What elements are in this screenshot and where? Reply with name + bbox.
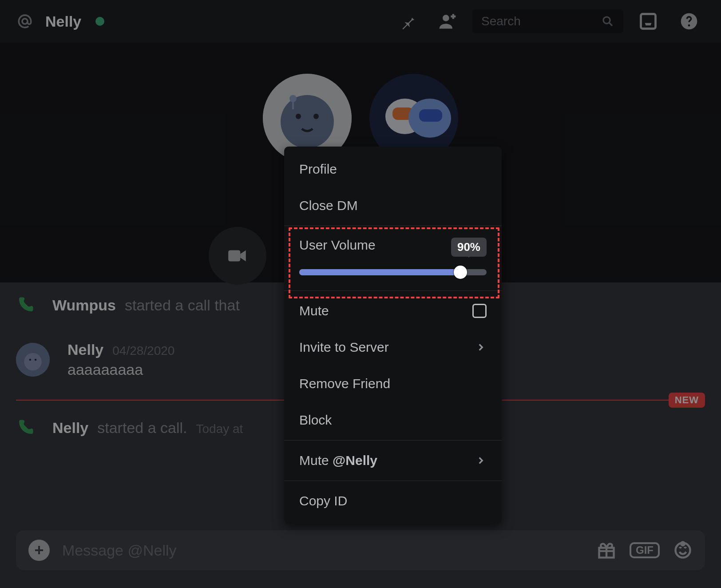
chevron-right-icon	[475, 342, 487, 353]
avatar[interactable]	[16, 343, 50, 377]
ctx-block[interactable]: Block	[284, 402, 502, 438]
search-placeholder: Search	[481, 14, 521, 28]
svg-point-23	[681, 542, 685, 545]
svg-point-1	[443, 15, 449, 21]
message-timestamp: Today at	[196, 422, 243, 436]
svg-point-20	[35, 359, 37, 361]
message-author: Nelly	[67, 341, 103, 358]
user-volume-label: User Volume	[299, 238, 376, 253]
user-context-menu: Profile Close DM User Volume 90% Mute In…	[284, 147, 502, 524]
svg-point-2	[603, 17, 610, 24]
volume-slider[interactable]	[299, 269, 487, 275]
ctx-user-volume: User Volume 90%	[284, 228, 502, 289]
gift-icon[interactable]	[597, 540, 616, 560]
chevron-right-icon	[475, 455, 487, 466]
ctx-close-dm[interactable]: Close DM	[284, 187, 502, 224]
dm-username: Nelly	[45, 13, 81, 30]
svg-rect-3	[641, 14, 656, 29]
ctx-copy-id[interactable]: Copy ID	[284, 483, 502, 519]
ctx-invite-to-server[interactable]: Invite to Server	[284, 329, 502, 366]
emoji-icon[interactable]	[673, 540, 693, 560]
phone-icon	[16, 296, 35, 314]
ctx-mute[interactable]: Mute	[284, 293, 502, 329]
svg-rect-16	[228, 250, 240, 262]
svg-point-9	[313, 114, 319, 119]
system-text: started a call that	[125, 297, 240, 314]
phone-icon	[16, 418, 35, 437]
svg-point-18	[24, 353, 42, 371]
add-friend-icon[interactable]	[432, 12, 464, 31]
status-online-dot	[95, 17, 104, 26]
ctx-mute-user[interactable]: Mute @Nelly	[284, 442, 502, 479]
gif-button[interactable]: GIF	[630, 542, 660, 558]
user-volume-value: 90%	[451, 238, 487, 257]
system-text: started a call.	[97, 419, 187, 437]
search-input[interactable]: Search	[472, 9, 623, 33]
message-author: Nelly	[52, 419, 88, 437]
attach-button[interactable]: +	[28, 540, 50, 561]
svg-rect-15	[419, 109, 442, 122]
message-input[interactable]: Message @Nelly	[62, 542, 584, 559]
help-icon[interactable]	[673, 12, 705, 31]
at-icon	[16, 12, 34, 30]
message-author: Wumpus	[52, 297, 116, 314]
mute-checkbox[interactable]	[472, 304, 487, 318]
svg-point-10	[289, 95, 297, 102]
video-button[interactable]	[209, 227, 266, 285]
svg-point-7	[281, 95, 334, 148]
new-badge: NEW	[669, 393, 705, 408]
message-input-bar: + Message @Nelly GIF	[16, 530, 705, 570]
svg-point-19	[29, 359, 32, 361]
slider-thumb[interactable]	[454, 266, 467, 279]
message-content: aaaaaaaaa	[67, 361, 174, 378]
message-timestamp: 04/28/2020	[112, 344, 174, 358]
ctx-profile[interactable]: Profile	[284, 151, 502, 187]
svg-point-8	[296, 114, 301, 119]
inbox-icon[interactable]	[632, 12, 664, 31]
svg-point-5	[688, 24, 690, 27]
ctx-remove-friend[interactable]: Remove Friend	[284, 366, 502, 402]
pin-icon[interactable]	[392, 12, 423, 30]
topbar: Nelly Search	[0, 0, 721, 43]
search-icon	[601, 15, 614, 28]
